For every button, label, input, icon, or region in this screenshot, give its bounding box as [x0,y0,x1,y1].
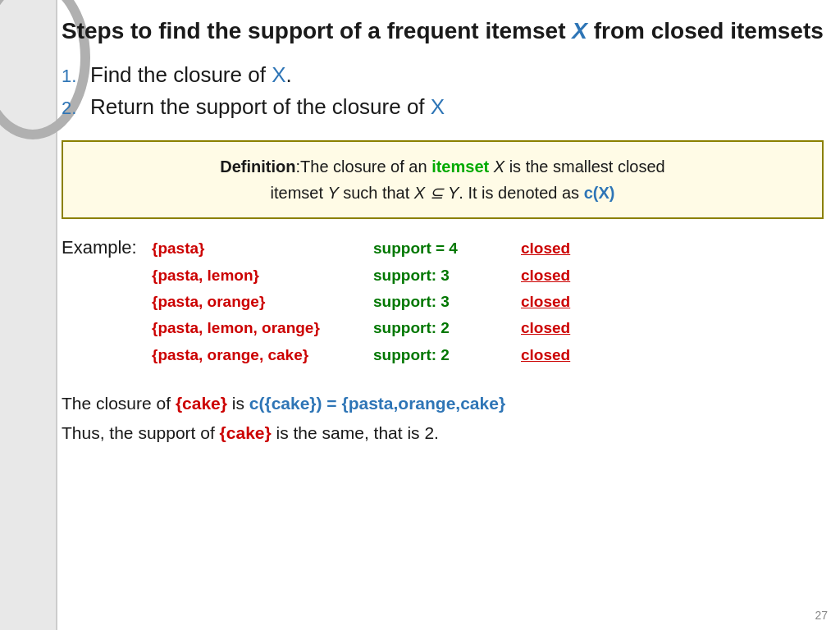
table-row: closed [521,262,603,289]
def-text1: The closure of an [300,158,431,176]
table-row: support: 3 [373,262,521,289]
definition-text-line1: Definition:The closure of an itemset X i… [80,153,806,180]
table-row: {pasta, lemon, orange} [152,315,373,341]
table-row: {pasta} [152,235,373,262]
table-row: {pasta, orange, cake} [152,342,373,368]
def-y-italic: Y [328,184,344,202]
table-row: support: 2 [373,342,521,368]
definition-box: Definition:The closure of an itemset X i… [62,140,824,219]
col-closed: closed closed closed closed closed [521,235,603,368]
def-text3: such that [343,184,414,202]
step-2-x: X [431,94,445,119]
def-cx: c(X) [584,184,615,202]
table-row: closed [521,315,603,341]
step-1: 1. Find the closure of X. [62,62,824,88]
def-text2: is the smallest closed [509,158,665,176]
def-line2-part1: itemset [271,184,328,202]
conclusion-line2: Thus, the support of {cake} is the same,… [62,418,824,448]
conclusion-cake1: {cake} [176,394,227,413]
conclusion-line1-part2: is [227,394,249,413]
example-label: Example: [62,235,152,258]
conclusion-closure-result: c({cake}) = {pasta,orange,cake} [249,394,505,413]
def-text4: . It is denoted as [459,184,583,202]
example-table: {pasta} {pasta, lemon} {pasta, orange} {… [152,235,603,368]
def-subset: X ⊆ Y [414,184,459,202]
col-itemsets: {pasta} {pasta, lemon} {pasta, orange} {… [152,235,373,368]
table-row: closed [521,342,603,368]
step-1-text: Find the closure of X. [90,62,292,88]
col-support: support = 4 support: 3 support: 3 suppor… [373,235,521,368]
steps-list: 1. Find the closure of X. 2. Return the … [62,62,824,120]
step-1-num: 1. [62,66,90,87]
slide-title: Steps to find the support of a frequent … [62,16,824,46]
conclusion-line1: The closure of {cake} is c({cake}) = {pa… [62,389,824,418]
title-text-part1: Steps to find the support of a frequent … [62,18,572,43]
title-x: X [572,18,587,43]
conclusion-cake2: {cake} [220,423,272,442]
step-2-text: Return the support of the closure of X [90,94,445,120]
title-text-part2: from closed itemsets [587,18,824,43]
conclusion-line2-part2: is the same, that is 2. [272,423,439,442]
def-x-italic: X [489,158,509,176]
definition-label: Definition [220,158,295,176]
table-row: closed [521,235,603,262]
def-itemset-word: itemset [431,158,489,176]
example-section: Example: {pasta} {pasta, lemon} {pasta, … [62,235,824,368]
step-2-num: 2. [62,98,90,119]
step-2-text-before: Return the support of the closure of [90,94,431,119]
table-row: support = 4 [373,235,521,262]
table-row: closed [521,289,603,315]
step-1-text-after: . [285,62,291,87]
conclusion-line2-part1: Thus, the support of [62,423,220,442]
conclusion-line1-part1: The closure of [62,394,176,413]
left-sidebar [0,0,57,630]
step-2: 2. Return the support of the closure of … [62,94,824,120]
table-row: {pasta, lemon} [152,262,373,289]
closure-conclusion: The closure of {cake} is c({cake}) = {pa… [62,389,824,447]
table-row: support: 2 [373,315,521,341]
main-content: Steps to find the support of a frequent … [62,16,824,614]
step-1-x: X [272,62,285,87]
page-number: 27 [815,609,828,622]
definition-text-line2: itemset Y such that X ⊆ Y. It is denoted… [80,180,806,206]
step-1-text-before: Find the closure of [90,62,272,87]
table-row: {pasta, orange} [152,289,373,315]
table-row: support: 3 [373,289,521,315]
